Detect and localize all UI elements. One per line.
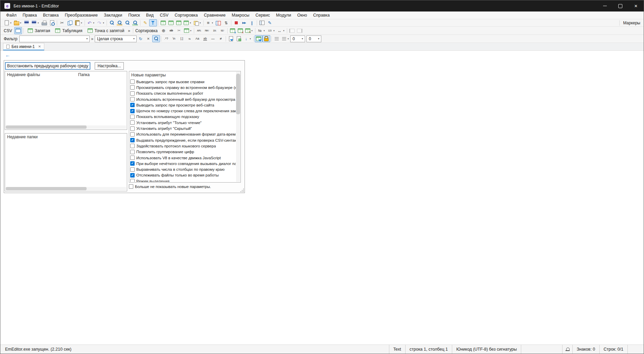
- menu-item[interactable]: Поиск: [125, 11, 143, 19]
- replace-in-files-icon[interactable]: [131, 19, 139, 26]
- dropdown-arrow-icon[interactable]: [199, 22, 202, 24]
- toolbar-button[interactable]: [255, 28, 255, 33]
- dropdown-arrow-icon[interactable]: [249, 38, 252, 40]
- dropdown-arrow-icon[interactable]: [287, 38, 290, 40]
- clear-icon[interactable]: [144, 35, 152, 42]
- status-notification-segment[interactable]: [562, 345, 572, 354]
- find-icon[interactable]: [108, 19, 116, 26]
- align-left-icon[interactable]: [273, 35, 280, 42]
- dropdown-arrow-icon[interactable]: [282, 29, 285, 32]
- refresh-icon[interactable]: [137, 35, 144, 42]
- save-all-icon[interactable]: [30, 19, 40, 26]
- toolbar-button[interactable]: [203, 20, 204, 26]
- negate-icon[interactable]: [217, 35, 225, 42]
- toolbar-button[interactable]: [287, 28, 287, 33]
- dropdown-arrow-icon[interactable]: [37, 22, 40, 24]
- csv-delimiter-button[interactable]: Точка с запятой: [85, 27, 127, 34]
- filter-number-select-1[interactable]: 0: [290, 36, 305, 42]
- filter-input[interactable]: [20, 36, 83, 42]
- toolbar-button[interactable]: [140, 20, 140, 26]
- editor-area[interactable]: ← Восстановить предыдущую рабочую среду …: [0, 51, 644, 345]
- menu-item[interactable]: Вставка: [40, 11, 62, 19]
- option-checkbox[interactable]: [130, 167, 135, 172]
- sort-num-desc-icon[interactable]: [218, 27, 226, 34]
- filter-icon[interactable]: [149, 19, 157, 26]
- paste-icon[interactable]: [74, 19, 84, 26]
- digit-grouping-icon[interactable]: [266, 27, 276, 34]
- csv-delimiter-button[interactable]: Табуляция: [52, 27, 85, 34]
- doc-extract-icon[interactable]: [235, 35, 243, 42]
- whole-word-icon[interactable]: [201, 35, 209, 42]
- option-checkbox[interactable]: [130, 103, 135, 107]
- option-checkbox[interactable]: [130, 132, 135, 137]
- sort-az-desc-icon[interactable]: [203, 27, 211, 34]
- run-macro-icon[interactable]: [240, 19, 248, 26]
- new-file-icon[interactable]: [3, 19, 13, 26]
- toolbar-button[interactable]: [57, 20, 57, 26]
- toolbar-button[interactable]: [194, 28, 194, 33]
- find-in-files-icon[interactable]: [123, 19, 131, 26]
- option-checkbox[interactable]: [130, 115, 135, 119]
- highlight-icon[interactable]: [141, 19, 149, 26]
- recent-files-list[interactable]: Недавние файлы Папка: [5, 71, 127, 130]
- toolbar-button[interactable]: [257, 20, 257, 26]
- scrollbar-thumb[interactable]: [6, 125, 87, 129]
- cut-icon[interactable]: [58, 19, 66, 26]
- document-tab[interactable]: Без имени-1: [3, 43, 44, 50]
- csv-comma-icon[interactable]: [159, 19, 167, 26]
- menu-item[interactable]: CSV: [157, 11, 171, 19]
- restore-workspace-button[interactable]: Восстановить предыдущую рабочую среду: [5, 62, 90, 70]
- filter-combobox[interactable]: [19, 36, 90, 42]
- insert-column-icon[interactable]: [229, 27, 236, 34]
- csv-tab-icon[interactable]: [167, 19, 175, 26]
- menu-item[interactable]: Вид: [143, 11, 157, 19]
- minimize-icon[interactable]: [597, 0, 613, 11]
- csv-semicolon-icon[interactable]: [175, 19, 183, 26]
- workspace-icon[interactable]: [192, 19, 202, 26]
- scrollbar-thumb[interactable]: [6, 187, 87, 190]
- dropdown-arrow-icon[interactable]: [102, 22, 105, 24]
- cell-mode-toggle[interactable]: [14, 27, 22, 34]
- redo-icon[interactable]: [96, 19, 106, 26]
- dropdown-arrow-icon[interactable]: [9, 22, 12, 24]
- menu-item[interactable]: Справка: [310, 11, 333, 19]
- match-mode-select[interactable]: Целая строка: [95, 36, 137, 42]
- status-encoding[interactable]: Юникод (UTF-8) без сигнатуры: [452, 345, 521, 354]
- menu-item[interactable]: Сортировка: [171, 11, 201, 19]
- toolbar-button[interactable]: [253, 36, 254, 42]
- option-checkbox[interactable]: [130, 91, 135, 96]
- dropdown-arrow-icon[interactable]: [92, 22, 95, 24]
- escape-icon[interactable]: [170, 35, 178, 42]
- vertical-scrollbar[interactable]: [236, 72, 240, 182]
- dont-show-checkbox[interactable]: [129, 184, 133, 189]
- toolbar-button[interactable]: [227, 28, 228, 33]
- toolbar-button[interactable]: [158, 20, 158, 26]
- freeze-right-icon[interactable]: [296, 27, 304, 34]
- option-checkbox[interactable]: [130, 85, 135, 90]
- dropdown-arrow-icon[interactable]: [263, 29, 266, 32]
- replace-icon[interactable]: [116, 19, 123, 26]
- menu-item[interactable]: Файл: [3, 11, 20, 19]
- delete-column-icon[interactable]: [236, 27, 244, 34]
- option-checkbox[interactable]: [130, 144, 135, 148]
- horizontal-scrollbar[interactable]: [6, 187, 126, 190]
- menu-item[interactable]: Преобразование: [62, 11, 101, 19]
- status-caret-position[interactable]: строка 1, столбец 1: [405, 345, 452, 354]
- find-filter-icon[interactable]: [152, 35, 160, 42]
- open-file-icon[interactable]: [13, 19, 23, 26]
- pause-macro-icon[interactable]: [248, 19, 256, 26]
- scrollbar-thumb[interactable]: [236, 74, 240, 114]
- menu-item[interactable]: Закладки: [101, 11, 125, 19]
- csv-mode-icon[interactable]: [183, 19, 192, 26]
- status-line-count[interactable]: Строк: 0/1: [599, 345, 627, 354]
- option-checkbox[interactable]: [130, 97, 135, 101]
- toolbar-overflow-button[interactable]: »: [90, 37, 95, 41]
- toolbar-button[interactable]: [85, 20, 85, 26]
- new-options-list[interactable]: Новые параметры Выводить запрос при вызо…: [129, 71, 241, 183]
- csv-delimiter-button[interactable]: Запятая: [25, 27, 52, 34]
- save-icon[interactable]: [23, 19, 30, 26]
- tab-close-icon[interactable]: [38, 45, 41, 48]
- dropdown-arrow-icon[interactable]: [189, 22, 192, 24]
- settings-button[interactable]: Настройка...: [95, 62, 124, 70]
- regex-icon[interactable]: [162, 35, 170, 42]
